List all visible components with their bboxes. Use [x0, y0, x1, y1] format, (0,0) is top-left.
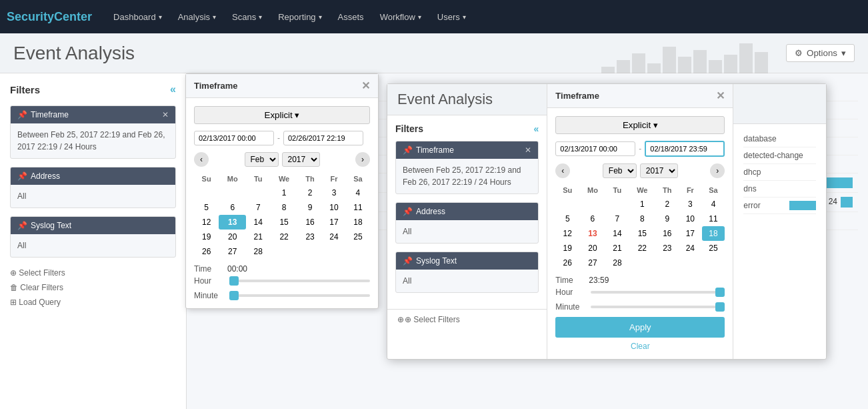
- calendar-day[interactable]: 7: [606, 212, 629, 226]
- nav-workflow[interactable]: Workflow ▾: [372, 0, 429, 33]
- calendar-day[interactable]: 10: [322, 200, 346, 215]
- calendar-day[interactable]: 9: [298, 200, 322, 215]
- start-date-input[interactable]: [194, 131, 274, 145]
- calendar-day[interactable]: 16: [298, 215, 322, 230]
- calendar-day[interactable]: 26: [555, 256, 579, 270]
- data-item-row[interactable]: database: [743, 131, 816, 147]
- minute-slider-2[interactable]: [591, 306, 725, 308]
- calendar-day[interactable]: 10: [679, 212, 701, 226]
- calendar-day[interactable]: 8: [270, 200, 298, 215]
- hour-slider[interactable]: [229, 280, 370, 282]
- calendar-day[interactable]: 5: [194, 200, 219, 215]
- modal2-filter-close[interactable]: ✕: [525, 145, 531, 155]
- calendar-day[interactable]: 18: [702, 226, 725, 241]
- calendar-day[interactable]: 15: [629, 226, 655, 241]
- calendar-day[interactable]: 5: [555, 212, 579, 226]
- calendar-day[interactable]: 18: [346, 215, 370, 230]
- data-item-row[interactable]: error: [743, 197, 816, 214]
- calendar-day[interactable]: 9: [655, 212, 679, 226]
- filters-panel: Filters « 📌Timeframe ✕ Between Feb 25, 2…: [0, 73, 187, 409]
- calendar-day[interactable]: 25: [346, 230, 370, 244]
- calendar-day[interactable]: 3: [322, 185, 346, 200]
- nav-reporting[interactable]: Reporting ▾: [270, 0, 329, 33]
- calendar-day[interactable]: 12: [555, 226, 579, 241]
- calendar-day[interactable]: 1: [270, 185, 298, 200]
- calendar-day[interactable]: 24: [322, 230, 346, 244]
- calendar-day[interactable]: 2: [655, 197, 679, 212]
- month-select[interactable]: Feb: [245, 152, 279, 167]
- calendar-day[interactable]: 7: [246, 200, 270, 215]
- modal2-select-filters[interactable]: ⊕ ⊕ Select Filters: [387, 310, 547, 330]
- calendar-day[interactable]: 28: [606, 256, 629, 270]
- end-date-input-2[interactable]: [645, 141, 725, 157]
- calendar-day[interactable]: 21: [606, 241, 629, 256]
- collapse-icon[interactable]: «: [170, 83, 176, 95]
- next-month-btn-2[interactable]: ›: [710, 163, 725, 178]
- calendar-day[interactable]: 3: [679, 197, 701, 212]
- calendar-day[interactable]: 14: [246, 215, 270, 230]
- calendar-day[interactable]: 2: [298, 185, 322, 200]
- load-query-link[interactable]: ⊞ Load Query: [10, 295, 176, 310]
- year-select-2[interactable]: 2017: [640, 163, 678, 178]
- apply-button[interactable]: Apply: [555, 317, 725, 338]
- nav-dashboard[interactable]: Dashboard ▾: [105, 0, 170, 33]
- calendar-day[interactable]: 13: [579, 226, 605, 241]
- modal2-tf-close[interactable]: ✕: [716, 89, 725, 102]
- calendar-day[interactable]: 8: [629, 212, 655, 226]
- explicit-btn-2[interactable]: Explicit ▾: [555, 116, 725, 134]
- calendar-day[interactable]: 23: [655, 241, 679, 256]
- calendar-day[interactable]: 6: [219, 200, 246, 215]
- calendar-day[interactable]: 14: [606, 226, 629, 241]
- calendar-day[interactable]: 22: [629, 241, 655, 256]
- modal-1-close-button[interactable]: ✕: [361, 79, 370, 92]
- calendar-day[interactable]: 28: [246, 244, 270, 259]
- start-date-input-2[interactable]: [555, 141, 635, 156]
- calendar-day[interactable]: 27: [219, 244, 246, 259]
- calendar-day[interactable]: 11: [346, 200, 370, 215]
- nav-users[interactable]: Users ▾: [429, 0, 474, 33]
- data-item-row[interactable]: dhcp: [743, 164, 816, 181]
- calendar-day[interactable]: 16: [655, 226, 679, 241]
- calendar-day[interactable]: 17: [679, 226, 701, 241]
- calendar-day[interactable]: 11: [702, 212, 725, 226]
- calendar-day[interactable]: 27: [579, 256, 605, 270]
- calendar-day[interactable]: 26: [194, 244, 219, 259]
- prev-month-button[interactable]: ‹: [194, 152, 209, 167]
- calendar-day[interactable]: 13: [219, 215, 246, 230]
- clear-link[interactable]: Clear: [555, 342, 725, 351]
- calendar-day[interactable]: 1: [629, 197, 655, 212]
- calendar-day[interactable]: 19: [555, 241, 579, 256]
- nav-scans[interactable]: Scans ▾: [224, 0, 270, 33]
- calendar-day[interactable]: 6: [579, 212, 605, 226]
- calendar-day[interactable]: 21: [246, 230, 270, 244]
- filter-close-button[interactable]: ✕: [162, 110, 169, 119]
- calendar-day[interactable]: 20: [219, 230, 246, 244]
- nav-assets[interactable]: Assets: [330, 0, 372, 33]
- select-filters-link[interactable]: ⊕ Select Filters: [10, 266, 176, 280]
- calendar-day[interactable]: 24: [679, 241, 701, 256]
- calendar-day[interactable]: 4: [702, 197, 725, 212]
- modal2-collapse-icon[interactable]: «: [534, 123, 539, 134]
- calendar-day[interactable]: 20: [579, 241, 605, 256]
- calendar-day[interactable]: 23: [298, 230, 322, 244]
- data-item-row[interactable]: dns: [743, 181, 816, 197]
- data-item-row[interactable]: detected-change: [743, 147, 816, 164]
- calendar-day[interactable]: 15: [270, 215, 298, 230]
- calendar-day[interactable]: 22: [270, 230, 298, 244]
- options-button[interactable]: ⚙ Options ▾: [786, 44, 855, 62]
- calendar-day[interactable]: 19: [194, 230, 219, 244]
- calendar-day[interactable]: 17: [322, 215, 346, 230]
- hour-slider-2[interactable]: [591, 291, 725, 294]
- calendar-day[interactable]: 25: [702, 241, 725, 256]
- calendar-day[interactable]: 12: [194, 215, 219, 230]
- explicit-button[interactable]: Explicit ▾: [194, 106, 370, 124]
- next-month-button[interactable]: ›: [355, 152, 370, 167]
- clear-filters-link[interactable]: 🗑 Clear Filters: [10, 280, 176, 295]
- end-date-input[interactable]: [283, 131, 363, 145]
- prev-month-btn-2[interactable]: ‹: [555, 163, 570, 178]
- nav-analysis[interactable]: Analysis ▾: [170, 0, 224, 33]
- year-select[interactable]: 2017: [282, 152, 320, 167]
- calendar-day[interactable]: 4: [346, 185, 370, 200]
- month-select-2[interactable]: Feb: [603, 163, 637, 178]
- minute-slider[interactable]: [229, 294, 370, 297]
